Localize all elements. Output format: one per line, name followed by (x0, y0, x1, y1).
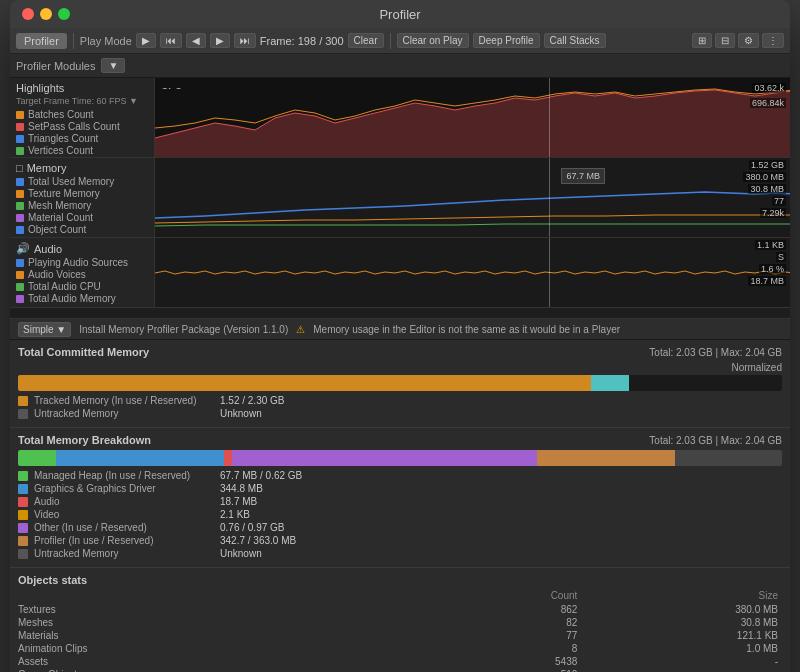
obj-size-4: - (581, 655, 782, 668)
audio-chart-section: 🔊 Audio Playing Audio Sources Audio Voic… (10, 238, 790, 308)
val1-label: 03.62.k (752, 83, 786, 93)
highlights-chart-svg (155, 88, 790, 157)
audio-cpu-label: Total Audio CPU (28, 281, 101, 292)
objects-panel: Objects stats Count Size Textures 862 38… (10, 568, 790, 672)
mem-tooltip: 67.7 MB (561, 168, 605, 184)
cursor-line (549, 78, 550, 157)
bd-row-2: Audio 18.7 MB (18, 496, 782, 507)
clear-on-play-button[interactable]: Clear on Play (397, 33, 469, 48)
highlights-labels: Highlights Target Frame Time: 60 FPS ▼ B… (10, 78, 155, 157)
bd-name-2: Audio (34, 496, 214, 507)
settings-btn[interactable]: ⚙ (738, 33, 759, 48)
objects-title: Objects stats (18, 574, 782, 586)
play-button[interactable]: ▶ (136, 33, 156, 48)
material-count-label: Material Count (28, 212, 93, 223)
gc-used-label: GC Used Memory (28, 236, 108, 237)
main-toolbar: Profiler Play Mode ▶ ⏮ ◀ ▶ ⏭ Frame: 198 … (10, 28, 790, 54)
obj-size-2: 121.1 KB (581, 629, 782, 642)
playing-dot (16, 259, 24, 267)
tracked-bar-segment (18, 375, 591, 391)
bd-color-2 (18, 497, 28, 507)
layout-btn1[interactable]: ⊞ (692, 33, 712, 48)
setpass-dot (16, 123, 24, 131)
highlights-chart-canvas[interactable]: CPU // Will be rendered inline 03.62.k 6… (155, 78, 790, 157)
untracked-bar-segment (591, 375, 629, 391)
bd-name-0: Managed Heap (In use / Reserved) (34, 470, 214, 481)
audio-val3: 1.6 % (759, 264, 786, 274)
objects-table-body: Textures 862 380.0 MB Meshes 82 30.8 MB … (18, 603, 782, 672)
profiler-window: Profiler Profiler Play Mode ▶ ⏮ ◀ ▶ ⏭ Fr… (10, 0, 790, 672)
gc-used-item: GC Used Memory (16, 236, 148, 237)
obj-size-0: 380.0 MB (581, 603, 782, 616)
material-count-item: Material Count (16, 212, 148, 223)
mesh-line (155, 224, 790, 226)
total-used-item: Total Used Memory (16, 176, 148, 187)
mem-val5: 7.29k (760, 208, 786, 218)
committed-header: Total Committed Memory Total: 2.03 GB | … (18, 346, 782, 358)
mem-val4: 77 (772, 196, 786, 206)
maximize-button[interactable] (58, 8, 70, 20)
table-row: Textures 862 380.0 MB (18, 603, 782, 616)
audio-title: Audio (34, 243, 62, 255)
mesh-mem-dot (16, 202, 24, 210)
window-title: Profiler (379, 7, 420, 22)
memory-section-title: □ Memory (16, 162, 148, 174)
batches-dot (16, 111, 24, 119)
audio-cpu-dot (16, 283, 24, 291)
audio-bar (224, 450, 232, 466)
call-stacks-button[interactable]: Call Stacks (544, 33, 606, 48)
breakdown-header: Total Memory Breakdown Total: 2.03 GB | … (18, 434, 782, 446)
obj-count-5: 510 (450, 668, 582, 672)
obj-name-5: Game Objects (18, 668, 450, 672)
clear-button[interactable]: Clear (348, 33, 384, 48)
deep-profile-button[interactable]: Deep Profile (473, 33, 540, 48)
minimize-button[interactable] (40, 8, 52, 20)
warning-msg: Memory usage in the Editor is not the sa… (313, 324, 620, 335)
bd-color-3 (18, 510, 28, 520)
obj-count-2: 77 (450, 629, 582, 642)
untracked-name: Untracked Memory (34, 408, 214, 419)
step-fwd-button[interactable]: ⏭ (234, 33, 256, 48)
profiler-tab[interactable]: Profiler (16, 33, 67, 49)
modules-dropdown[interactable]: ▼ (101, 58, 125, 73)
audio-cpu-item: Total Audio CPU (16, 281, 148, 292)
col-count-header: Count (450, 590, 582, 603)
committed-total: Total: 2.03 GB | Max: 2.04 GB (649, 347, 782, 358)
table-row: Game Objects 510 - (18, 668, 782, 672)
bd-value-5: 342.7 / 363.0 MB (220, 535, 296, 546)
mem-val3: 30.8 MB (748, 184, 786, 194)
audio-voices-item: Audio Voices (16, 269, 148, 280)
bd-row-4: Other (In use / Reserved) 0.76 / 0.97 GB (18, 522, 782, 533)
mem-cursor (549, 158, 550, 237)
status-bar: Simple ▼ Install Memory Profiler Package… (10, 318, 790, 340)
breakdown-rows: Managed Heap (In use / Reserved) 67.7 MB… (18, 470, 782, 559)
layout-btn2[interactable]: ⊟ (715, 33, 735, 48)
memory-icon: □ (16, 162, 23, 174)
close-button[interactable] (22, 8, 34, 20)
highlights-section: Highlights Target Frame Time: 60 FPS ▼ B… (10, 78, 790, 158)
obj-size-3: 1.0 MB (581, 642, 782, 655)
tracked-color (18, 396, 28, 406)
audio-mem-label: Total Audio Memory (28, 293, 116, 304)
tracked-row: Tracked Memory (In use / Reserved) 1.52 … (18, 395, 782, 406)
simple-dropdown[interactable]: Simple ▼ (18, 322, 71, 337)
title-bar: Profiler (10, 0, 790, 28)
play-mode-label: Play Mode (80, 35, 132, 47)
untracked-value: Unknown (220, 408, 360, 419)
bd-color-4 (18, 523, 28, 533)
objects-table: Count Size Textures 862 380.0 MB Meshes … (18, 590, 782, 672)
prev-button[interactable]: ◀ (186, 33, 206, 48)
next-button[interactable]: ▶ (210, 33, 230, 48)
audio-cursor (549, 238, 550, 307)
bd-value-4: 0.76 / 0.97 GB (220, 522, 285, 533)
voices-label: Audio Voices (28, 269, 86, 280)
bd-color-6 (18, 549, 28, 559)
tracked-value: 1.52 / 2.30 GB (220, 395, 360, 406)
batches-label: Batches Count (28, 109, 94, 120)
audio-chart-canvas[interactable]: 1.1 KB S 1.6 % 18.7 MB (155, 238, 790, 307)
bd-name-4: Other (In use / Reserved) (34, 522, 214, 533)
memory-chart-canvas[interactable]: 1.52 GB 380.0 MB 30.8 MB 77 7.29k 67.7 M… (155, 158, 790, 237)
total-used-label: Total Used Memory (28, 176, 114, 187)
step-back-button[interactable]: ⏮ (160, 33, 182, 48)
more-btn[interactable]: ⋮ (762, 33, 784, 48)
